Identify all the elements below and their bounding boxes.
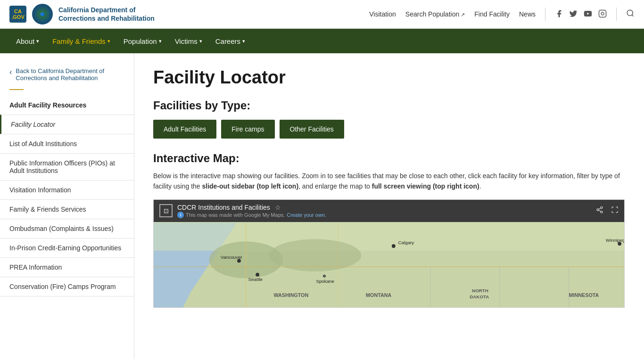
svg-point-4 xyxy=(601,207,603,209)
svg-line-8 xyxy=(599,208,601,210)
svg-text:Seattle: Seattle xyxy=(248,277,263,282)
main-nav: About ▾ Family & Friends ▾ Population ▾ … xyxy=(0,29,644,53)
svg-text:MINNESOTA: MINNESOTA xyxy=(569,292,599,297)
svg-point-21 xyxy=(392,244,396,248)
sidebar-item-facility-locator[interactable]: Facility Locator xyxy=(0,115,134,134)
map-subtitle: i This map was made with Google My Maps.… xyxy=(177,212,326,218)
sidebar-item-adult-institutions[interactable]: List of Adult Institutions xyxy=(0,134,134,153)
create-own-link[interactable]: Create your own. xyxy=(287,212,326,218)
map-title: CDCR Institutions and Facilities xyxy=(177,204,270,211)
search-divider xyxy=(616,8,617,21)
map-header-right xyxy=(596,206,619,215)
svg-text:DAKOTA: DAKOTA xyxy=(470,294,489,299)
youtube-icon[interactable] xyxy=(583,9,593,19)
svg-text:MONTANA: MONTANA xyxy=(366,292,391,297)
sidebar-item-fire-camps[interactable]: Conservation (Fire) Camps Program xyxy=(0,277,134,296)
org-name: California Department of Corrections and… xyxy=(58,6,155,23)
interactive-map-title: Interactive Map: xyxy=(153,152,625,165)
svg-text:Winnipeg: Winnipeg xyxy=(606,238,624,243)
map-header-left: ⊡ CDCR Institutions and Facilities ☆ i T… xyxy=(159,204,326,218)
nav-victims[interactable]: Victims ▾ xyxy=(168,29,209,53)
svg-rect-0 xyxy=(599,10,606,17)
seal-logo: 🔵 xyxy=(32,4,53,25)
svg-text:WASHINGTON: WASHINGTON xyxy=(273,292,308,297)
sidebar-item-credit-earning[interactable]: In-Prison Credit-Earning Opportunities xyxy=(0,238,134,257)
nav-about[interactable]: About ▾ xyxy=(9,29,46,53)
careers-chevron: ▾ xyxy=(242,38,245,44)
sidebar: ‹ Back to California Department of Corre… xyxy=(0,53,134,359)
top-bar: CA .GOV 🔵 California Department of Corre… xyxy=(0,0,644,29)
map-expand-icon[interactable]: ⊡ xyxy=(159,204,173,217)
map-fullscreen-icon[interactable] xyxy=(611,206,619,215)
map-share-icon[interactable] xyxy=(596,206,603,215)
about-chevron: ▾ xyxy=(36,38,39,44)
sidebar-divider xyxy=(9,89,24,90)
search-population-link[interactable]: Search Population xyxy=(405,10,465,18)
instagram-icon[interactable] xyxy=(598,9,607,19)
sidebar-section-title: Adult Facility Resources xyxy=(0,98,134,115)
social-icons xyxy=(555,9,607,19)
svg-line-3 xyxy=(632,15,633,16)
facilities-by-type-title: Facilities by Type: xyxy=(153,99,625,112)
map-info-icon: i xyxy=(177,212,184,218)
population-chevron: ▾ xyxy=(159,38,162,44)
svg-point-27 xyxy=(256,273,259,277)
facebook-icon[interactable] xyxy=(555,9,563,19)
map-title-area: CDCR Institutions and Facilities ☆ i Thi… xyxy=(177,204,326,218)
ca-gov-logo: CA .GOV xyxy=(9,6,26,23)
svg-point-5 xyxy=(597,209,599,211)
adult-facilities-button[interactable]: Adult Facilities xyxy=(153,120,216,139)
nav-population[interactable]: Population ▾ xyxy=(117,29,168,53)
svg-text:NORTH: NORTH xyxy=(472,288,488,293)
nav-family-friends[interactable]: Family & Friends ▾ xyxy=(46,29,117,53)
back-chevron-icon: ‹ xyxy=(9,68,12,76)
svg-text:Vancouver: Vancouver xyxy=(221,255,243,260)
map-header: ⊡ CDCR Institutions and Facilities ☆ i T… xyxy=(154,200,624,222)
twitter-icon[interactable] xyxy=(569,9,578,19)
map-container[interactable]: ⊡ CDCR Institutions and Facilities ☆ i T… xyxy=(153,199,625,308)
sidebar-item-family-friends-services[interactable]: Family & Friends Services xyxy=(0,199,134,219)
find-facility-link[interactable]: Find Facility xyxy=(474,10,510,18)
nav-careers[interactable]: Careers ▾ xyxy=(209,29,252,53)
visitation-link[interactable]: Visitation xyxy=(369,10,396,18)
sidebar-item-visitation[interactable]: Visitation Information xyxy=(0,180,134,199)
family-chevron: ▾ xyxy=(107,38,110,44)
svg-text:Calgary: Calgary xyxy=(398,240,414,245)
svg-point-6 xyxy=(601,211,603,213)
sidebar-item-ombudsman[interactable]: Ombudsman (Complaints & Issues) xyxy=(0,219,134,238)
other-facilities-button[interactable]: Other Facilities xyxy=(280,120,344,139)
victims-chevron: ▾ xyxy=(199,38,202,44)
page-title: Facility Locator xyxy=(153,67,625,88)
sidebar-item-pios[interactable]: Public Information Officers (PIOs) at Ad… xyxy=(0,153,134,180)
map-image: Calgary Winnipeg Vancouver Seattle Spoka… xyxy=(154,222,624,308)
search-button[interactable] xyxy=(626,9,635,20)
utility-nav: Visitation Search Population Find Facili… xyxy=(369,8,635,21)
news-link[interactable]: News xyxy=(519,10,536,18)
main-content: Facility Locator Facilities by Type: Adu… xyxy=(134,53,644,359)
sidebar-item-prea[interactable]: PREA Information xyxy=(0,257,134,277)
fire-camps-button[interactable]: Fire camps xyxy=(221,120,274,139)
map-description: Below is the interactive map showing our… xyxy=(153,171,625,192)
facility-type-buttons: Adult Facilities Fire camps Other Facili… xyxy=(153,120,625,139)
logo-area: CA .GOV 🔵 California Department of Corre… xyxy=(9,4,155,25)
svg-point-36 xyxy=(323,275,325,277)
svg-point-2 xyxy=(627,10,633,16)
map-star-icon: ☆ xyxy=(275,204,281,211)
svg-text:Spokane: Spokane xyxy=(316,279,334,284)
nav-divider xyxy=(545,8,545,21)
page-layout: ‹ Back to California Department of Corre… xyxy=(0,53,644,359)
svg-line-7 xyxy=(599,210,601,212)
sidebar-back-link[interactable]: ‹ Back to California Department of Corre… xyxy=(0,63,134,89)
